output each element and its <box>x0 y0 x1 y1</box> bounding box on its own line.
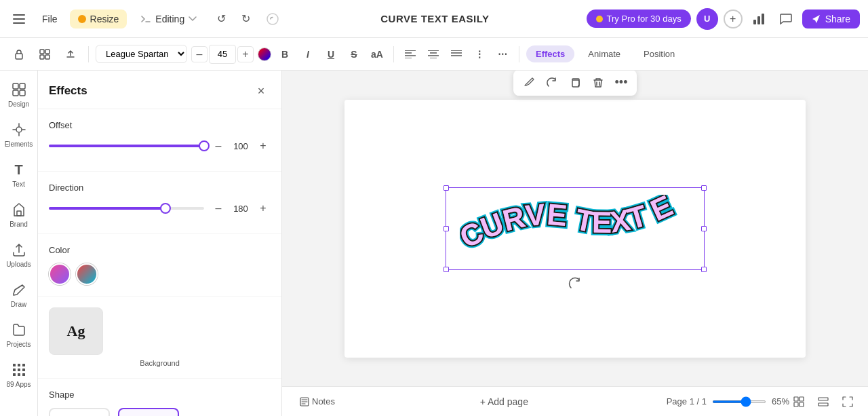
notes-button[interactable]: Notes <box>293 394 342 409</box>
case-button[interactable]: aA <box>368 45 387 64</box>
canvas-page[interactable]: ••• <box>344 100 806 358</box>
offset-label: Offset <box>49 120 271 130</box>
strikethrough-button[interactable]: S <box>344 45 363 64</box>
font-size-minus[interactable]: – <box>191 46 208 62</box>
more-options[interactable]: ⋯ <box>493 45 512 64</box>
underline-button[interactable]: U <box>321 45 340 64</box>
animate-tab-button[interactable]: Animate <box>578 45 630 62</box>
page-info: Page 1 / 1 65% <box>667 396 789 406</box>
menu-button[interactable] <box>8 8 30 30</box>
redo-button[interactable]: ↻ <box>235 8 256 30</box>
svg-rect-5 <box>757 16 760 24</box>
sidebar-item-apps[interactable]: 89 Apps <box>3 356 35 394</box>
list-view-button[interactable] <box>814 392 833 411</box>
align-right-button[interactable] <box>447 45 466 64</box>
sidebar-item-design[interactable]: Design <box>3 76 35 113</box>
shape-curve[interactable]: ABCD Curve <box>118 408 179 416</box>
sidebar-label-text: Text <box>12 181 24 188</box>
sidebar-item-text[interactable]: T Text <box>3 156 35 193</box>
background-preview[interactable]: Ag <box>49 307 103 355</box>
handle-bottom-right[interactable] <box>701 267 707 272</box>
draw-icon <box>11 282 27 298</box>
try-pro-button[interactable]: Try Pro for 30 days <box>587 10 691 28</box>
color-swatch-2[interactable] <box>76 263 98 285</box>
color-swatch-1[interactable] <box>49 263 71 285</box>
direction-label: Direction <box>49 183 271 193</box>
text-element[interactable]: CURVE TEXT EASILY CURVE TEXT EASILY CURV… <box>446 187 705 270</box>
group-icon[interactable] <box>34 43 56 65</box>
font-size-plus[interactable]: + <box>237 46 254 62</box>
lock-icon[interactable] <box>8 43 30 65</box>
offset-plus[interactable]: + <box>256 138 271 153</box>
float-duplicate-button[interactable] <box>565 73 585 93</box>
editing-button[interactable]: Editing <box>132 10 205 29</box>
sidebar-item-elements[interactable]: Elements <box>3 116 35 153</box>
font-selector[interactable]: League Spartan <box>96 45 187 63</box>
float-more-button[interactable]: ••• <box>611 73 631 93</box>
direction-section: Direction – 180 + <box>38 172 281 234</box>
effects-tab-button[interactable]: Effects <box>526 45 574 62</box>
handle-top-right[interactable] <box>701 185 707 191</box>
design-icon <box>11 81 27 98</box>
font-size-input[interactable] <box>209 45 236 64</box>
add-collaborator-button[interactable]: + <box>724 10 743 29</box>
fullscreen-button[interactable] <box>838 392 857 411</box>
move-up-icon[interactable] <box>60 43 81 65</box>
direction-plus[interactable]: + <box>256 201 271 216</box>
offset-minus[interactable]: – <box>211 138 226 153</box>
float-edit-button[interactable] <box>519 73 539 93</box>
grid-view-button[interactable] <box>789 392 808 411</box>
background-text: Ag <box>67 322 85 340</box>
font-size-control: – + <box>191 45 254 64</box>
bold-button[interactable]: B <box>275 45 294 64</box>
stats-icon[interactable] <box>748 8 770 30</box>
sidebar-item-draw[interactable]: Draw <box>3 276 35 314</box>
sidebar-label-elements: Elements <box>5 140 33 148</box>
sidebar-item-brand[interactable]: Brand <box>3 196 35 233</box>
text-align-more[interactable]: ⋮ <box>470 45 489 64</box>
bottom-icons <box>789 392 857 411</box>
projects-icon <box>11 322 27 338</box>
handle-top-left[interactable] <box>443 185 449 191</box>
sidebar-item-uploads[interactable]: Uploads <box>3 236 35 273</box>
handle-bottom-left[interactable] <box>443 267 449 272</box>
text-color-picker[interactable] <box>258 48 271 61</box>
curved-text-svg: CURVE TEXT EASILY CURVE TEXT EASILY CURV… <box>460 195 690 263</box>
direction-slider[interactable] <box>49 207 204 210</box>
shape-none[interactable]: ABCD None <box>49 408 110 416</box>
position-tab-button[interactable]: Position <box>634 45 684 62</box>
italic-button[interactable]: I <box>298 45 317 64</box>
svg-rect-13 <box>20 83 25 89</box>
notes-label: Notes <box>312 396 335 406</box>
file-menu[interactable]: File <box>35 11 64 27</box>
float-delete-button[interactable] <box>588 73 608 93</box>
offset-slider[interactable] <box>49 145 204 147</box>
handle-mid-left[interactable] <box>443 226 449 231</box>
share-button[interactable]: Share <box>802 10 860 29</box>
resize-button[interactable]: Resize <box>70 10 127 29</box>
comments-icon[interactable] <box>775 8 797 30</box>
svg-rect-22 <box>18 368 20 371</box>
divider <box>88 46 89 62</box>
uploads-icon <box>11 242 27 258</box>
add-page-button[interactable]: + Add page <box>342 396 667 407</box>
bottom-bar: Notes + Add page Page 1 / 1 65% <box>282 386 868 416</box>
close-panel-button[interactable]: × <box>252 81 271 100</box>
direction-minus[interactable]: – <box>211 201 226 216</box>
avatar[interactable]: U <box>696 8 718 30</box>
undo-button[interactable]: ↺ <box>210 8 232 30</box>
canvas-wrapper[interactable]: ••• <box>282 71 868 386</box>
rotate-handle[interactable] <box>568 277 582 290</box>
status-icon <box>262 8 283 30</box>
sidebar-item-projects[interactable]: Projects <box>3 316 35 354</box>
offset-section: Offset – 100 + <box>38 109 281 172</box>
svg-point-16 <box>16 127 22 132</box>
align-left-button[interactable] <box>401 45 420 64</box>
svg-rect-4 <box>753 20 756 24</box>
svg-rect-15 <box>20 90 25 96</box>
handle-mid-right[interactable] <box>701 226 707 231</box>
svg-rect-10 <box>40 55 44 59</box>
align-center-button[interactable] <box>424 45 443 64</box>
zoom-slider[interactable] <box>712 400 766 403</box>
float-rotate-button[interactable] <box>542 73 562 93</box>
